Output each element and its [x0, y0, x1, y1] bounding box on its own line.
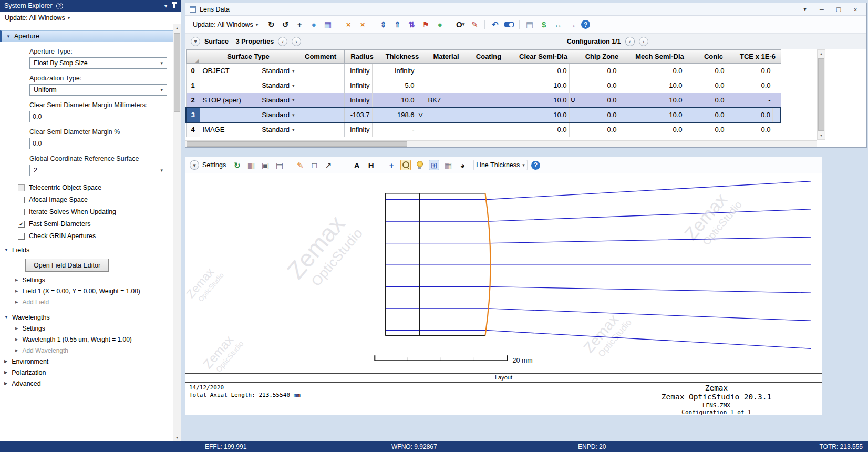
cell-clear-semi-dia[interactable]: 10.0U: [510, 93, 577, 108]
cell-comment[interactable]: [297, 108, 344, 122]
dimension-tool-icon[interactable]: H: [366, 160, 376, 170]
solve-dollar-icon[interactable]: $: [539, 19, 549, 30]
next-surface-button[interactable]: ›: [292, 37, 301, 46]
cell-clear-semi-dia[interactable]: 0.0: [510, 64, 577, 78]
col-surface-type[interactable]: Surface Type: [200, 50, 297, 64]
cell-tce[interactable]: -: [735, 93, 781, 108]
cell-material[interactable]: [425, 78, 468, 93]
cell-thickness[interactable]: 5.0: [380, 78, 425, 93]
fast-semi-diameters-checkbox[interactable]: ✔: [18, 221, 25, 228]
row-number[interactable]: 0: [186, 64, 200, 78]
cell-thickness[interactable]: 10.0: [380, 93, 425, 108]
cell-mech-semi-dia[interactable]: 0.0: [627, 122, 693, 137]
afocal-image-space-checkbox[interactable]: [18, 197, 25, 203]
pan-icon[interactable]: +: [386, 160, 397, 170]
section-wavelengths[interactable]: ▼ Wavelengths: [0, 312, 173, 323]
prev-configuration-button[interactable]: ‹: [625, 37, 635, 46]
screen-icon[interactable]: ▦: [443, 160, 453, 170]
cell-mech-semi-dia[interactable]: 10.0: [627, 78, 693, 93]
col-comment[interactable]: Comment: [297, 50, 344, 64]
cell-chip-zone[interactable]: 0.0: [577, 122, 627, 137]
cell-comment[interactable]: [297, 64, 344, 78]
cell-thickness[interactable]: 198.6V: [380, 108, 425, 122]
surface-row-3[interactable]: 3Standard▾-103.7198.6V10.00.010.00.00.0: [186, 108, 781, 122]
cell-coating[interactable]: [468, 93, 510, 108]
help-icon[interactable]: ?: [581, 20, 590, 29]
minimize-icon[interactable]: ─: [815, 5, 829, 14]
draw-pen-icon[interactable]: ✎: [469, 19, 480, 30]
cell-material[interactable]: [425, 64, 468, 78]
col-conic[interactable]: Conic: [693, 50, 735, 64]
surface-type-dropdown[interactable]: Standard▾: [262, 67, 296, 75]
field-updown-icon[interactable]: ⇕: [378, 19, 388, 30]
clear-semi-margin-pct-input[interactable]: [29, 138, 167, 149]
cell-clear-semi-dia[interactable]: 10.0: [510, 78, 577, 93]
section-polarization[interactable]: ▶Polarization: [0, 367, 173, 378]
cell-comment[interactable]: [297, 93, 344, 108]
scrollbar-thumb[interactable]: [174, 33, 180, 112]
col-mech-semi-dia[interactable]: Mech Semi-Dia: [627, 50, 693, 64]
section-environment[interactable]: ▶Environment: [0, 356, 173, 367]
section-advanced[interactable]: ▶Advanced: [0, 378, 173, 389]
clear-semi-margin-mm-input[interactable]: [29, 111, 167, 122]
text-tool-icon[interactable]: A: [352, 160, 362, 170]
cell-radius[interactable]: Infinity: [344, 64, 380, 78]
explorer-update-dropdown[interactable]: Update: All Windows ▾: [0, 12, 181, 24]
pin-icon[interactable]: [173, 4, 175, 8]
cell-chip-zone[interactable]: 0.0: [577, 78, 627, 93]
aperture-circle-icon[interactable]: O▾: [455, 19, 466, 30]
telecentric-object-space-checkbox[interactable]: [18, 184, 25, 191]
check-grin-apertures-checkbox[interactable]: [18, 233, 25, 240]
cell-tce[interactable]: 0.0: [735, 122, 781, 137]
cell-comment[interactable]: [297, 122, 344, 137]
surface-type-dropdown[interactable]: Standard▾: [262, 126, 296, 133]
iterate-solves-when-updating-checkbox[interactable]: [18, 209, 25, 215]
surface-row-0[interactable]: 0OBJECTStandard▾InfinityInfinity0.00.00.…: [186, 64, 781, 78]
explorer-scrollbar[interactable]: ▲ ▼: [173, 24, 181, 441]
cell-chip-zone[interactable]: 0.0: [577, 93, 627, 108]
cell-tce[interactable]: 0.0: [735, 64, 781, 78]
refresh-icon[interactable]: ↻: [232, 160, 242, 170]
cell-thickness[interactable]: -: [380, 122, 425, 137]
help-icon[interactable]: ?: [56, 3, 63, 9]
lens-data-titlebar[interactable]: Lens Data ▾─▢×: [185, 3, 866, 16]
aperture-up-icon[interactable]: ⇑: [392, 19, 402, 30]
col-tce[interactable]: TCE x 1E-6: [735, 50, 781, 64]
cell-clear-semi-dia[interactable]: 0.0: [510, 122, 577, 137]
cell-conic[interactable]: 0.0: [693, 122, 735, 137]
aperture-type-select[interactable]: Float By Stop Size ▾: [29, 57, 167, 69]
undo-icon[interactable]: ↶: [490, 19, 500, 30]
arrow-tool-icon[interactable]: ↗: [323, 160, 334, 170]
cell-mech-semi-dia[interactable]: 10.0: [627, 93, 693, 108]
analysis-grid-icon[interactable]: ▦: [323, 19, 333, 30]
surface-type-dropdown[interactable]: Standard▾: [262, 96, 296, 104]
surface-row-1[interactable]: 1Standard▾Infinity5.010.00.010.00.00.0: [186, 78, 781, 93]
ray-fan-off-icon[interactable]: ×: [357, 19, 368, 30]
table-vertical-scrollbar[interactable]: ▲ ▼: [817, 49, 825, 140]
cell-radius[interactable]: Infinity: [344, 93, 380, 108]
cell-chip-zone[interactable]: 0.0: [577, 108, 627, 122]
cell-radius[interactable]: Infinity: [344, 78, 380, 93]
print-icon[interactable]: ▤: [274, 160, 285, 170]
surface-row-4[interactable]: 4IMAGEStandard▾Infinity-0.00.00.00.00.0: [186, 122, 781, 137]
row-number[interactable]: 2: [186, 93, 200, 108]
cell-mech-semi-dia[interactable]: 0.0: [627, 64, 693, 78]
zoom-magnifier-icon[interactable]: [400, 160, 411, 170]
cell-material[interactable]: [425, 122, 468, 137]
layout-canvas[interactable]: Zemax OpticStudio Zemax OpticStudio Zema…: [185, 173, 822, 373]
close-icon[interactable]: ×: [849, 5, 862, 14]
fields-tree-item[interactable]: ▶Add Field: [0, 296, 173, 307]
wavelengths-tree-item[interactable]: ▶Add Wavelength: [0, 345, 173, 356]
maximize-icon[interactable]: ▢: [832, 5, 845, 14]
save-icon[interactable]: ▣: [260, 160, 271, 170]
prescription-icon[interactable]: ▤: [524, 19, 535, 30]
cell-coating[interactable]: [468, 64, 510, 78]
col-coating[interactable]: Coating: [468, 50, 510, 64]
ray-fan-icon[interactable]: ×: [343, 19, 354, 30]
window-menu-icon[interactable]: ▾: [798, 5, 812, 14]
globe-coordinates-icon[interactable]: ●: [435, 19, 445, 30]
row-number[interactable]: 4: [186, 122, 200, 137]
scroll-down-icon[interactable]: ▼: [173, 434, 181, 441]
pencil-icon[interactable]: ✎: [295, 160, 305, 170]
scroll-down-icon[interactable]: ▼: [818, 131, 825, 139]
